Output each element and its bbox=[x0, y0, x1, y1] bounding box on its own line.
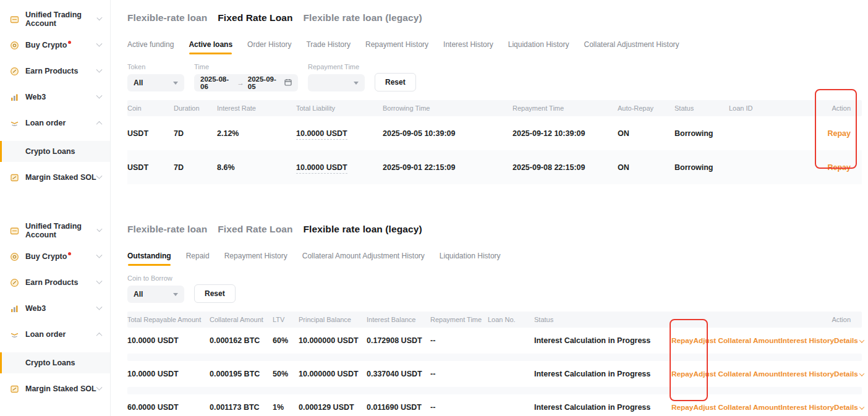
col-total-liability: Total Liability bbox=[296, 104, 383, 112]
margin-staked-sol-icon bbox=[9, 384, 19, 394]
notification-dot bbox=[68, 252, 71, 255]
sidebar-item-earn-products[interactable]: Earn Products bbox=[0, 274, 110, 291]
sidebar-item-label: Web3 bbox=[25, 93, 46, 101]
reset-button[interactable]: Reset bbox=[194, 284, 236, 303]
repayment-time-select[interactable] bbox=[308, 74, 365, 91]
sidebar-item-buy-crypto[interactable]: Buy Crypto bbox=[0, 37, 110, 53]
subtab-order-history[interactable]: Order History bbox=[247, 40, 291, 54]
token-select[interactable]: All bbox=[127, 74, 184, 91]
sidebar-item-crypto-loans[interactable]: Crypto Loans bbox=[0, 141, 110, 162]
time-range-picker[interactable]: 2025-08-06 → 2025-09-05 bbox=[194, 74, 298, 91]
details-dropdown[interactable]: Details bbox=[834, 336, 864, 345]
adjust-collateral-amount-link[interactable]: Adjust Collateral Amount bbox=[693, 403, 780, 412]
sidebar-item-buy-crypto[interactable]: Buy Crypto bbox=[0, 248, 110, 265]
sidebar-item-loan-order[interactable]: Loan order bbox=[0, 326, 110, 342]
subtab-repayment-history[interactable]: Repayment History bbox=[224, 252, 287, 266]
subtab-repaid[interactable]: Repaid bbox=[186, 252, 210, 266]
sidebar-item-margin-staked-sol[interactable]: Margin Staked SOL bbox=[0, 381, 110, 397]
col-coin: Coin bbox=[127, 104, 174, 112]
fixed-loan-subtabs: Active funding Active loans Order Histor… bbox=[127, 40, 862, 54]
token-select-value: All bbox=[134, 79, 143, 87]
subtab-active-loans[interactable]: Active loans bbox=[189, 40, 232, 54]
chevron-down-icon bbox=[96, 384, 103, 390]
subtab-liquidation-history[interactable]: Liquidation History bbox=[440, 252, 501, 266]
col-duration: Duration bbox=[174, 104, 217, 112]
subtab-outstanding[interactable]: Outstanding bbox=[127, 252, 171, 266]
chevron-down-icon bbox=[96, 304, 103, 310]
coin-to-borrow-select[interactable]: All bbox=[127, 286, 184, 303]
token-filter-label: Token bbox=[127, 63, 184, 70]
unified-trading-account-icon bbox=[9, 226, 19, 236]
chevron-down-icon bbox=[859, 404, 864, 409]
cell-repayment-time: 2025-09-08 22:15:09 bbox=[513, 163, 618, 172]
col-action: Action bbox=[671, 316, 862, 323]
coin-to-borrow-select-value: All bbox=[134, 290, 143, 299]
sidebar-item-web3[interactable]: Web3 bbox=[0, 89, 110, 105]
repay-link[interactable]: Repay bbox=[827, 163, 851, 172]
cell-interest-rate: 8.6% bbox=[217, 163, 296, 172]
margin-staked-sol-icon bbox=[9, 172, 19, 182]
repayment-time-filter-label: Repayment Time bbox=[308, 63, 365, 70]
sidebar-item-label: Earn Products bbox=[25, 67, 78, 75]
col-loan-id: Loan ID bbox=[729, 104, 811, 112]
sidebar-item-earn-products[interactable]: Earn Products bbox=[0, 63, 110, 79]
tab-flexible-rate-loan-legacy[interactable]: Flexible rate loan (legacy) bbox=[304, 224, 422, 235]
adjust-collateral-amount-link[interactable]: Adjust Collateral Amount bbox=[693, 370, 780, 378]
subtab-liquidation-history[interactable]: Liquidation History bbox=[508, 40, 569, 54]
cell-repayment-time: -- bbox=[430, 336, 488, 345]
details-dropdown[interactable]: Details bbox=[834, 370, 864, 378]
adjust-collateral-amount-link[interactable]: Adjust Collateral Amount bbox=[693, 336, 780, 345]
cell-status: Borrowing bbox=[674, 163, 729, 172]
reset-button[interactable]: Reset bbox=[375, 73, 416, 91]
col-total-repayable-amount: Total Repayable Amount bbox=[127, 316, 210, 323]
subtab-collateral-adjustment-history[interactable]: Collateral Adjustment History bbox=[584, 40, 679, 54]
subtab-active-funding[interactable]: Active funding bbox=[127, 40, 174, 54]
date-range-arrow: → bbox=[237, 79, 244, 87]
repay-link[interactable]: Repay bbox=[827, 129, 851, 138]
repay-link[interactable]: Repay bbox=[671, 370, 693, 378]
table-row: 10.0000 USDT 0.000195 BTC 50% 10.000000 … bbox=[127, 361, 862, 387]
sidebar-item-unified-trading-account[interactable]: Unified Trading Account bbox=[0, 223, 110, 239]
cell-status: Interest Calculation in Progress bbox=[534, 336, 671, 345]
tab-fixed-rate-loan[interactable]: Fixed Rate Loan bbox=[218, 12, 292, 23]
sidebar-item-loan-order[interactable]: Loan order bbox=[0, 115, 110, 131]
tab-fixed-rate-loan[interactable]: Fixed Rate Loan bbox=[218, 224, 292, 235]
sidebar-item-web3[interactable]: Web3 bbox=[0, 300, 110, 316]
cell-principal: 10.000000 USDT bbox=[299, 336, 367, 345]
sidebar-item-margin-staked-sol[interactable]: Margin Staked SOL bbox=[0, 169, 110, 185]
sidebar-item-crypto-loans[interactable]: Crypto Loans bbox=[0, 352, 110, 373]
table-row: USDT 7D 8.6% 10.0000 USDT 2025-09-01 22:… bbox=[127, 150, 862, 184]
col-status: Status bbox=[674, 104, 729, 112]
section-flexible-rate-loan-legacy: Unified Trading Account Buy Crypto Earn … bbox=[0, 211, 868, 416]
repay-link[interactable]: Repay bbox=[671, 336, 693, 345]
sidebar-item-label: Web3 bbox=[25, 304, 46, 313]
interest-history-link[interactable]: Interest History bbox=[781, 403, 835, 412]
tab-flexible-rate-loan[interactable]: Flexible-rate loan bbox=[127, 12, 207, 23]
sidebar-item-label: Earn Products bbox=[25, 278, 78, 287]
loan-order-icon bbox=[9, 118, 19, 128]
cell-collateral: 0.000162 BTC bbox=[210, 336, 273, 345]
sidebar-item-unified-trading-account[interactable]: Unified Trading Account bbox=[0, 11, 110, 27]
fixed-rate-loan-content: Flexible-rate loan Fixed Rate Loan Flexi… bbox=[111, 0, 868, 211]
subtab-trade-history[interactable]: Trade History bbox=[306, 40, 351, 54]
col-action: Action bbox=[811, 104, 862, 112]
col-repayment-time: Repayment Time bbox=[430, 316, 488, 323]
chevron-down-icon bbox=[96, 40, 103, 46]
interest-history-link[interactable]: Interest History bbox=[781, 336, 835, 345]
cell-coin: USDT bbox=[127, 163, 174, 172]
cell-total-repayable: 60.0000 USDT bbox=[127, 403, 210, 412]
col-interest-balance: Interest Balance bbox=[367, 316, 430, 323]
interest-history-link[interactable]: Interest History bbox=[781, 370, 835, 378]
earn-products-icon bbox=[9, 66, 19, 76]
web3-icon bbox=[9, 304, 19, 313]
subtab-collateral-amount-adjustment-history[interactable]: Collateral Amount Adjustment History bbox=[302, 252, 425, 266]
cell-status: Borrowing bbox=[674, 129, 729, 138]
tab-flexible-rate-loan[interactable]: Flexible-rate loan bbox=[127, 224, 207, 235]
sidebar-bottom: Unified Trading Account Buy Crypto Earn … bbox=[0, 211, 111, 416]
subtab-interest-history[interactable]: Interest History bbox=[443, 40, 493, 54]
tab-flexible-rate-loan-legacy[interactable]: Flexible rate loan (legacy) bbox=[304, 12, 422, 23]
col-borrowing-time: Borrowing Time bbox=[383, 104, 513, 112]
details-dropdown[interactable]: Details bbox=[834, 403, 864, 412]
repay-link[interactable]: Repay bbox=[671, 403, 693, 412]
subtab-repayment-history[interactable]: Repayment History bbox=[365, 40, 428, 54]
